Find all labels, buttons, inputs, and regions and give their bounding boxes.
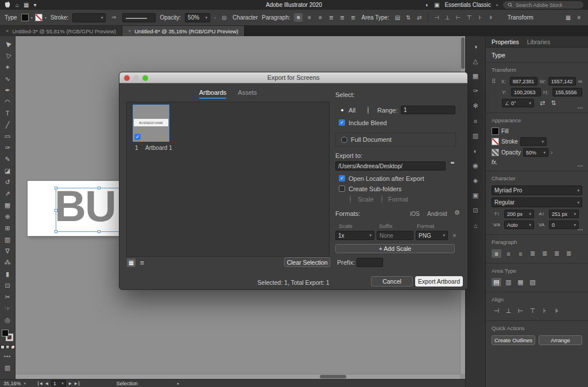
align-v-top-icon[interactable]: ⊤ — [465, 13, 474, 22]
recolor-artwork-icon[interactable]: ◎ — [220, 13, 229, 22]
gradient-button[interactable] — [6, 345, 10, 349]
opacity-chevron-icon[interactable]: › — [551, 149, 552, 156]
align-v-top-icon[interactable]: ⊤ — [528, 307, 537, 315]
area-type-auto-icon[interactable]: ▥ — [504, 278, 513, 287]
selection-handle[interactable] — [98, 230, 100, 233]
home-icon[interactable]: ⌂ — [16, 2, 19, 8]
screen-mode-icon[interactable]: ▥ — [5, 364, 10, 371]
type-tool[interactable]: T — [2, 109, 13, 118]
tab-properties[interactable]: Properties — [492, 38, 519, 45]
font-style-select[interactable]: Regular — [492, 198, 582, 207]
workspace-frame-icon[interactable]: ▦ — [24, 2, 29, 8]
opacity-field[interactable]: 50% — [185, 13, 210, 22]
zoom-chevron-icon[interactable]: ▾ — [24, 381, 26, 386]
text-direction-icon[interactable]: ⇄ — [415, 13, 424, 22]
open-location-checkbox[interactable]: ✓ — [339, 175, 345, 181]
align-v-bottom-icon[interactable]: ⊧ — [552, 307, 562, 315]
remove-format-icon[interactable]: × — [452, 232, 456, 239]
stroke-label[interactable]: Stroke — [501, 138, 518, 145]
para-justify-right-icon[interactable]: ≣ — [552, 249, 562, 258]
stroke-width-field[interactable] — [520, 137, 547, 146]
pencil-tool[interactable]: ✎ — [2, 154, 13, 164]
zoom-tool[interactable]: ◎ — [2, 315, 13, 324]
slice-tool[interactable]: ✂ — [2, 292, 13, 301]
stroke-chevron-icon[interactable]: ▾ — [45, 16, 47, 20]
more-options-icon[interactable]: ••• — [578, 227, 583, 231]
suffix-input[interactable]: None — [377, 231, 413, 240]
para-align-right-icon[interactable]: ≡ — [516, 249, 525, 258]
none-button[interactable] — [11, 345, 15, 349]
curvature-tool[interactable]: ◠ — [2, 97, 13, 106]
font-family-select[interactable]: Myriad Pro — [492, 185, 582, 195]
align-v-middle-icon[interactable]: ⊦ — [476, 13, 485, 22]
rectangle-tool[interactable]: ▭ — [2, 131, 13, 141]
align-h-right-icon[interactable]: ⊢ — [516, 307, 525, 315]
opacity-swatch[interactable] — [492, 149, 499, 156]
arrange-panel-icon[interactable]: ▦ — [564, 13, 572, 22]
area-type-combo-icon[interactable]: ▤ — [393, 13, 402, 22]
range-input[interactable]: 1 — [401, 106, 455, 114]
appearance-panel-icon[interactable]: ◉ — [470, 161, 481, 170]
add-scale-button[interactable]: + Add Scale — [335, 244, 455, 253]
symbol-sprayer-tool[interactable]: ⁂ — [2, 258, 13, 267]
flip-vertical-icon[interactable]: ⇅ — [551, 99, 556, 107]
para-justify-center-icon[interactable]: ≣ — [540, 249, 550, 258]
justify-left-icon[interactable]: ≣ — [327, 13, 335, 22]
toolbar-more-icon[interactable]: ••• — [4, 354, 11, 359]
pen-tool[interactable]: ✒ — [2, 86, 13, 95]
align-right-icon[interactable]: ≡ — [316, 13, 324, 22]
link-dimensions-icon[interactable]: ∞ — [578, 78, 582, 84]
para-justify-left-icon[interactable]: ≣ — [528, 249, 537, 258]
artboard-tool[interactable]: ⊡ — [2, 281, 13, 290]
more-options-icon[interactable]: ••• — [578, 106, 583, 110]
color-panel-icon[interactable]: ◑ — [470, 42, 481, 51]
rotate-field[interactable]: ∠ 0° — [502, 99, 534, 107]
align-h-left-icon[interactable]: ⊣ — [432, 13, 441, 22]
scale-tool[interactable]: ⇗ — [2, 189, 13, 198]
apple-icon[interactable] — [5, 1, 10, 9]
line-tool[interactable]: ╱ — [2, 120, 13, 129]
scale-option-radio[interactable] — [350, 195, 351, 203]
first-artboard-icon[interactable]: ◀ — [38, 381, 42, 386]
align-h-center-icon[interactable]: ⊥ — [504, 307, 513, 315]
artboard-checkbox[interactable]: ✓ — [134, 134, 141, 140]
fill-swatch[interactable] — [21, 14, 29, 21]
color-guide-panel-icon[interactable]: △ — [470, 57, 481, 65]
prefix-input[interactable] — [357, 258, 383, 267]
stroke-swatch[interactable] — [492, 138, 499, 145]
arrange-button[interactable]: Arrange — [539, 335, 582, 345]
x-field[interactable]: 887,2381 — [510, 77, 537, 86]
flip-horizontal-icon[interactable]: ⇄ — [540, 99, 545, 107]
symbols-panel-icon[interactable]: ✻ — [470, 102, 481, 110]
align-center-icon[interactable]: ≡ — [305, 13, 314, 22]
font-size-field[interactable]: 200 px — [504, 210, 534, 218]
align-v-bottom-icon[interactable]: ⊧ — [487, 13, 496, 22]
selection-handle[interactable] — [55, 230, 57, 233]
horizontal-scrollbar-thumb[interactable] — [320, 375, 346, 378]
gradient-tool[interactable]: ▥ — [2, 235, 13, 244]
graphic-styles-panel-icon[interactable]: ◈ — [470, 176, 481, 185]
range-radio[interactable] — [368, 106, 369, 114]
justify-right-icon[interactable]: ≣ — [349, 13, 357, 22]
stroke-swatch[interactable] — [35, 14, 42, 21]
reference-point-icon[interactable]: ⠿ — [492, 78, 499, 84]
character-link[interactable]: Character — [233, 14, 258, 21]
eyedropper-tool[interactable]: ∇ — [2, 246, 13, 256]
selection-handle[interactable] — [55, 187, 57, 189]
last-artboard-icon[interactable]: ▶ — [75, 381, 79, 386]
fill-indicator-swatch[interactable] — [2, 330, 9, 336]
magic-wand-tool[interactable]: ✶ — [2, 63, 13, 72]
direct-selection-tool[interactable]: ▷ — [1, 49, 14, 63]
selection-handle[interactable] — [55, 209, 57, 212]
width-profile-field[interactable] — [122, 13, 156, 22]
stock-search-input[interactable]: Search Adobe Stock — [503, 1, 583, 9]
text-flow-icon[interactable]: ⇅ — [404, 13, 413, 22]
artboard-number-field[interactable]: 1 — [51, 380, 66, 386]
kerning-field[interactable]: Auto — [504, 220, 534, 229]
create-outlines-button[interactable]: Create Outlines — [492, 335, 535, 345]
align-v-middle-icon[interactable]: ⊦ — [540, 307, 550, 315]
zoom-level[interactable]: 35,16% — [3, 381, 21, 386]
document-tab[interactable]: × Untitled-8* @ 35,16% (RGB/GPU Preview) — [122, 26, 245, 36]
ios-preset-button[interactable]: iOS — [410, 211, 420, 217]
dialog-titlebar[interactable]: Export for Screens — [119, 72, 467, 83]
